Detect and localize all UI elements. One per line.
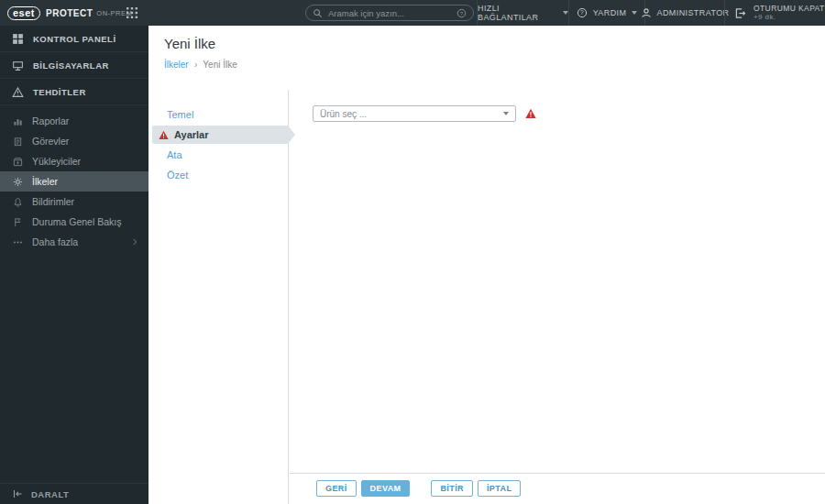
sidebar-item-bildirimler[interactable]: Bildirimler	[0, 192, 148, 212]
tasks-icon	[13, 137, 23, 147]
sidebar-collapse-button[interactable]: DARALT	[0, 483, 148, 504]
sidebar-item-label: Duruma Genel Bakış	[32, 216, 121, 227]
breadcrumb-separator: ›	[194, 59, 198, 70]
select-warning-icon	[525, 108, 536, 119]
wizard-steps: Temel Ayarlar Ata Özet	[148, 90, 289, 504]
breadcrumb: İlkeler › Yeni İlke	[164, 59, 809, 70]
computers-icon	[12, 60, 24, 71]
help-menu[interactable]: ? YARDIM	[568, 0, 644, 26]
sidebar-item-label: Yükleyiciler	[32, 156, 81, 167]
app-grid-icon[interactable]	[126, 7, 138, 18]
wizard-step-label: Ata	[167, 149, 182, 160]
sidebar-item-tehditler[interactable]: TEHDİTLER	[0, 79, 148, 105]
sidebar-item-label: Raporlar	[32, 115, 69, 126]
sidebar-item-label: İlkeler	[32, 176, 58, 187]
logout-label: OTURUMU KAPAT	[754, 4, 825, 14]
warning-icon	[159, 130, 169, 140]
user-menu[interactable]: ADMINISTRATOR	[644, 0, 724, 26]
threats-icon	[12, 86, 24, 98]
sidebar-item-yukleyiciler[interactable]: Yükleyiciler	[0, 151, 148, 171]
wizard-footer: GERİ DEVAM BİTİR İPTAL	[316, 480, 521, 497]
search-info-icon: ?	[456, 8, 467, 18]
search-icon	[313, 8, 323, 18]
product-select-value: Ürün seç ...	[320, 109, 367, 119]
product-name: PROTECT	[46, 8, 93, 18]
status-overview-flag-icon	[13, 217, 23, 227]
sidebar: KONTROL PANELİ BİLGİSAYARLAR TEHDİTLER R…	[0, 26, 148, 504]
sidebar-item-label: Daha fazla	[32, 236, 78, 247]
sidebar-item-label: Görevler	[32, 136, 69, 147]
sidebar-primary-group: KONTROL PANELİ BİLGİSAYARLAR TEHDİTLER	[0, 26, 148, 105]
wizard-step-temel[interactable]: Temel	[148, 104, 288, 125]
policies-gear-icon	[13, 177, 23, 187]
svg-text:?: ?	[460, 10, 464, 16]
chevron-down-icon	[632, 11, 637, 15]
logout-button[interactable]: OTURUMU KAPAT +9 dk.	[724, 0, 825, 26]
wizard-step-ozet[interactable]: Özet	[148, 165, 288, 185]
user-icon	[641, 7, 652, 18]
dashboard-icon	[12, 33, 24, 45]
topbar: eset PROTECT ON-PREM ? HIZLI BAĞLANTILAR…	[0, 0, 825, 26]
sidebar-item-ilkeler[interactable]: İlkeler	[0, 171, 148, 192]
settings-panel: Ürün seç ... GERİ DEVAM BİTİR İPTAL	[290, 90, 825, 504]
product-select-row: Ürün seç ...	[313, 105, 536, 122]
page-title: Yeni İlke	[164, 36, 809, 51]
installers-icon	[13, 157, 23, 167]
svg-text:?: ?	[579, 9, 583, 16]
sidebar-item-label: KONTROL PANELİ	[33, 34, 116, 44]
notifications-bell-icon	[13, 197, 23, 207]
wizard-step-label: Temel	[167, 109, 193, 120]
product-select[interactable]: Ürün seç ...	[313, 105, 516, 122]
breadcrumb-current: Yeni İlke	[203, 60, 236, 70]
divider	[290, 473, 825, 474]
chevron-down-icon	[503, 112, 509, 115]
sidebar-item-label: Bildirimler	[32, 196, 74, 207]
reports-icon	[13, 116, 23, 126]
back-button[interactable]: GERİ	[316, 480, 357, 497]
sidebar-item-daha-fazla[interactable]: Daha fazla	[0, 232, 148, 252]
page-header: Yeni İlke İlkeler › Yeni İlke	[148, 26, 825, 70]
sidebar-item-label: TEHDİTLER	[33, 87, 86, 97]
sidebar-secondary-group: Raporlar Görevler Yükleyiciler İlkeler B…	[0, 105, 148, 252]
breadcrumb-link-ilkeler[interactable]: İlkeler	[164, 60, 189, 70]
wizard-step-label: Ayarlar	[174, 129, 209, 140]
sidebar-item-gorevler[interactable]: Görevler	[0, 131, 148, 151]
collapse-label: DARALT	[31, 489, 69, 499]
sidebar-item-duruma-genel-bakis[interactable]: Duruma Genel Bakış	[0, 212, 148, 232]
brand: eset PROTECT ON-PREM	[7, 0, 132, 26]
cancel-button[interactable]: İPTAL	[478, 480, 521, 497]
chevron-right-icon	[130, 237, 139, 247]
logout-icon	[734, 7, 746, 19]
wizard-step-ata[interactable]: Ata	[148, 145, 288, 165]
help-label: YARDIM	[593, 8, 627, 17]
sidebar-item-bilgisayarlar[interactable]: BİLGİSAYARLAR	[0, 52, 148, 79]
wizard-step-label: Özet	[167, 170, 188, 181]
sidebar-item-label: BİLGİSAYARLAR	[33, 60, 109, 71]
collapse-icon	[12, 488, 23, 499]
finish-button[interactable]: BİTİR	[431, 480, 473, 497]
session-timer: +9 dk.	[754, 13, 825, 22]
help-icon: ?	[577, 7, 588, 18]
user-label: ADMINISTRATOR	[657, 8, 730, 17]
wizard-step-ayarlar[interactable]: Ayarlar	[152, 126, 288, 144]
sidebar-item-raporlar[interactable]: Raporlar	[0, 111, 148, 131]
search-input[interactable]	[328, 8, 451, 18]
main-content: Yeni İlke İlkeler › Yeni İlke Temel Ayar…	[148, 26, 825, 504]
more-ellipsis-icon	[13, 237, 23, 247]
continue-button[interactable]: DEVAM	[361, 480, 411, 497]
sidebar-item-kontrol-paneli[interactable]: KONTROL PANELİ	[0, 26, 148, 52]
eset-logo: eset	[7, 6, 40, 20]
quick-links-label: HIZLI BAĞLANTILAR	[478, 4, 557, 22]
search-box[interactable]: ?	[305, 5, 474, 21]
quick-links-menu[interactable]: HIZLI BAĞLANTILAR	[477, 0, 568, 26]
